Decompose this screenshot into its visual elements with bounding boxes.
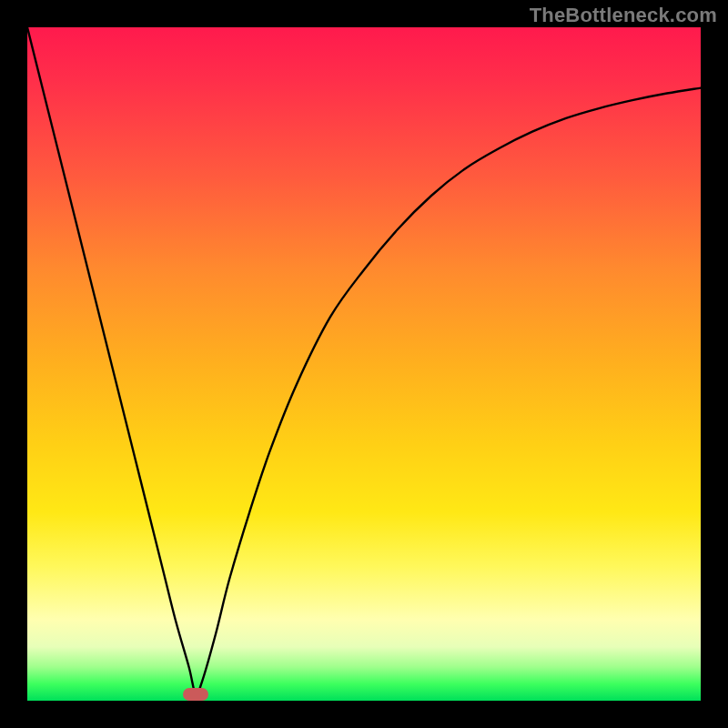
- chart-frame: TheBottleneck.com: [0, 0, 728, 728]
- watermark-text: TheBottleneck.com: [530, 4, 717, 27]
- minimum-marker: [183, 688, 208, 701]
- plot-area: [27, 27, 701, 701]
- curve-svg: [27, 27, 701, 701]
- bottleneck-curve: [27, 27, 701, 694]
